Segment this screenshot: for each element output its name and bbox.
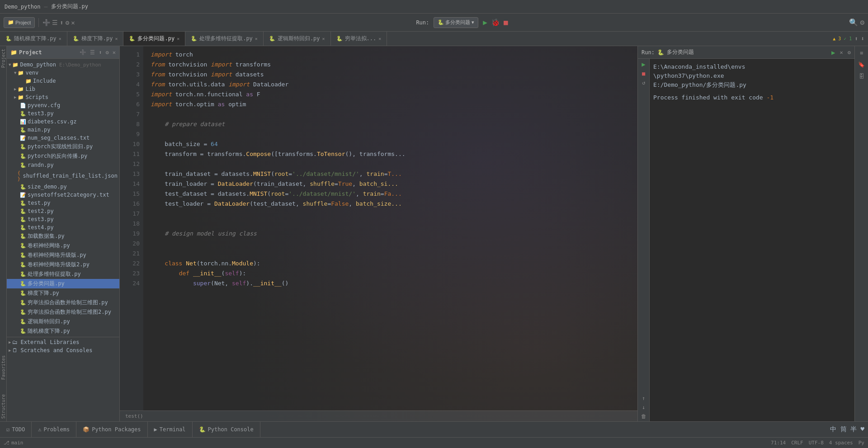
terminal-icon: ▶ bbox=[154, 426, 157, 433]
tab-2[interactable]: 🐍 梯度下降.py ✕ bbox=[67, 32, 124, 46]
bottom-tab-pyconsole[interactable]: 🐍 Python Console bbox=[193, 422, 260, 437]
stop-button[interactable]: ■ bbox=[504, 18, 508, 27]
add-icon[interactable]: ➕ bbox=[42, 19, 50, 26]
tree-main[interactable]: 🐍 main.py bbox=[7, 126, 119, 134]
tree-diabetes[interactable]: 📊 diabetes.csv.gz bbox=[7, 118, 119, 126]
pyvenv-label: pyvenv.cfg bbox=[28, 102, 60, 108]
tree-cnn3[interactable]: 🐍 卷积神经网络升级版2.py bbox=[7, 260, 119, 269]
search-toolbar-icon[interactable]: 🔍 bbox=[849, 18, 858, 27]
tree-size-demo[interactable]: 🐍 size_demo.py bbox=[7, 183, 119, 191]
favorites-strip-label[interactable]: Favorites bbox=[0, 353, 7, 382]
git-status[interactable]: ⎇ main bbox=[4, 440, 24, 446]
tree-shuffled[interactable]: { } shuffled_train_file_list.json bbox=[7, 169, 119, 183]
tree-venv[interactable]: ▼ 📁 venv bbox=[7, 69, 119, 77]
tree-pytorch1[interactable]: 🐍 pytorch实现线性回归.py bbox=[7, 142, 119, 151]
encoding[interactable]: UTF-8 bbox=[809, 440, 824, 446]
tree-logistic[interactable]: 🐍 逻辑斯特回归.py bbox=[7, 317, 119, 326]
tab-close-3[interactable]: ✕ bbox=[177, 36, 179, 41]
randn-label: randn.py bbox=[28, 162, 54, 168]
tree-pytorch2[interactable]: 🐍 pytorch的反向传播.py bbox=[7, 151, 119, 161]
tab-close-2[interactable]: ✕ bbox=[115, 36, 118, 41]
tab-close-6[interactable]: ✕ bbox=[378, 36, 381, 41]
settings-icon[interactable]: ⚙ bbox=[66, 19, 69, 26]
tab-close-5[interactable]: ✕ bbox=[322, 36, 325, 41]
tree-lib[interactable]: ▶ 📁 Lib bbox=[7, 85, 119, 93]
list-icon[interactable]: ☰ bbox=[52, 19, 58, 26]
cursor-position[interactable]: 71:14 bbox=[771, 440, 786, 446]
tab-3[interactable]: 🐍 多分类问题.py ✕ bbox=[123, 32, 185, 46]
structure-strip-label[interactable]: Structure bbox=[0, 391, 7, 421]
tree-randn[interactable]: 🐍 randn.py bbox=[7, 161, 119, 169]
add-project-icon[interactable]: ➕ bbox=[80, 49, 86, 56]
run-stop-icon[interactable]: ■ bbox=[642, 71, 645, 77]
expand-icon[interactable]: ⬆ bbox=[854, 35, 858, 42]
indent[interactable]: 4 spaces bbox=[829, 440, 853, 446]
run-play-icon[interactable]: ▶ bbox=[642, 61, 645, 68]
tree-test3-1[interactable]: 🐍 test3.py bbox=[7, 109, 119, 118]
tab-5[interactable]: 🐍 逻辑斯特回归.py ✕ bbox=[264, 32, 331, 46]
gear-project-icon[interactable]: ⚙ bbox=[106, 49, 109, 56]
tree-test4[interactable]: 🐍 test4.py bbox=[7, 223, 119, 231]
tab-6[interactable]: 🐍 穷举法拟... ✕ bbox=[331, 32, 387, 46]
tree-test2[interactable]: 🐍 test2.py bbox=[7, 207, 119, 215]
sticker-emoji: 中 筒 半 ♥ bbox=[830, 425, 864, 434]
debug-button[interactable]: 🐞 bbox=[491, 18, 500, 27]
run-scroll-top[interactable]: ↑ bbox=[642, 395, 645, 401]
language[interactable]: Py bbox=[859, 440, 864, 446]
run-filter-icon[interactable]: 🗑 bbox=[641, 413, 646, 420]
tree-test3-2[interactable]: 🐍 test3.py bbox=[7, 215, 119, 223]
project-strip-label[interactable]: Project bbox=[0, 46, 7, 71]
tree-sgd[interactable]: 🐍 随机梯度下降.py bbox=[7, 326, 119, 336]
close-left-icon[interactable]: ✕ bbox=[71, 19, 75, 26]
run-config-button[interactable]: 🐍 多分类问题 ▾ bbox=[434, 17, 478, 28]
expand-all-icon[interactable]: ☰ bbox=[90, 49, 95, 56]
collapse-icon2[interactable]: ⬇ bbox=[861, 35, 864, 42]
tree-cnn2[interactable]: 🐍 卷积神经网络升级版.py bbox=[7, 250, 119, 260]
right-icon-3[interactable]: 🗄 bbox=[857, 71, 867, 81]
tree-external-libs[interactable]: ▶ 🗂 External Libraries bbox=[7, 338, 119, 346]
collapse-all-icon[interactable]: ⬆ bbox=[99, 49, 102, 56]
tree-test[interactable]: 🐍 test.py bbox=[7, 199, 119, 207]
tree-cnn1[interactable]: 🐍 卷积神经网络.py bbox=[7, 241, 119, 250]
tree-exhaustive1[interactable]: 🐍 穷举法拟合函数并绘制三维图.py bbox=[7, 298, 119, 307]
code-content[interactable]: import torch from torchvision import tra… bbox=[143, 46, 637, 410]
bottom-tab-todo[interactable]: ☑ TODO bbox=[0, 422, 32, 437]
tree-pyvenv[interactable]: 📄 pyvenv.cfg bbox=[7, 101, 119, 109]
code-editor[interactable]: 1 2 3 4 5 6 7 8 9 10 11 12 13 14 15 16 1 bbox=[120, 46, 637, 410]
tree-load-data[interactable]: 🐍 加载数据集.py bbox=[7, 231, 119, 241]
test-label: test.py bbox=[28, 200, 51, 206]
run-close-icon[interactable]: ✕ bbox=[840, 49, 843, 56]
tree-scripts[interactable]: ▶ 📁 Scripts bbox=[7, 93, 119, 101]
run-button[interactable]: ▶ bbox=[483, 18, 487, 27]
tree-root[interactable]: ▼ 📁 Demo_python E:\Demo_python bbox=[7, 61, 119, 69]
tab-4[interactable]: 🐍 处理多维特征提取.py ✕ bbox=[185, 32, 264, 46]
run-rerun-icon[interactable]: ↺ bbox=[642, 80, 645, 86]
tree-gradient[interactable]: 🐍 梯度下降.py bbox=[7, 288, 119, 298]
git-branch: main bbox=[11, 440, 24, 446]
tree-num-seg[interactable]: 📝 num_seg_classes.txt bbox=[7, 134, 119, 142]
tree-multifeature[interactable]: 🐍 处理多维特征提取.py bbox=[7, 269, 119, 279]
run-settings-icon[interactable]: ⚙ bbox=[848, 49, 851, 56]
tree-multiclass[interactable]: 🐍 多分类问题.py bbox=[7, 279, 119, 288]
tab-close-4[interactable]: ✕ bbox=[255, 36, 258, 41]
right-icon-2[interactable]: 🔖 bbox=[857, 60, 867, 70]
tab-1[interactable]: 🐍 随机梯度下降.py ✕ bbox=[0, 32, 67, 46]
close-project-icon[interactable]: ✕ bbox=[113, 49, 116, 56]
bottom-tab-pypackages[interactable]: 📦 Python Packages bbox=[76, 422, 147, 437]
run-again-button[interactable]: ▶ bbox=[831, 49, 835, 56]
tree-synset[interactable]: 📝 synsetoffset2category.txt bbox=[7, 191, 119, 199]
line-ending[interactable]: CRLF bbox=[791, 440, 803, 446]
tab-close-1[interactable]: ✕ bbox=[59, 36, 61, 41]
tree-include[interactable]: 📁 Include bbox=[7, 77, 119, 85]
tree-exhaustive2[interactable]: 🐍 穷举法拟合函数并绘制三维图2.py bbox=[7, 307, 119, 317]
project-tree: ▼ 📁 Demo_python E:\Demo_python ▼ 📁 venv … bbox=[7, 59, 119, 421]
tree-scratches[interactable]: ▶ 🗒 Scratches and Consoles bbox=[7, 346, 119, 354]
right-icon-1[interactable]: ≡ bbox=[857, 48, 867, 58]
encoding-label: UTF-8 bbox=[809, 440, 824, 446]
bottom-tab-problems[interactable]: ⚠ Problems bbox=[32, 422, 76, 437]
collapse-icon[interactable]: ⬆ bbox=[60, 19, 63, 26]
bottom-tab-terminal[interactable]: ▶ Terminal bbox=[148, 422, 193, 437]
project-button[interactable]: 📁 Project bbox=[4, 17, 35, 28]
settings-toolbar-icon[interactable]: ⚙ bbox=[860, 18, 864, 27]
run-scroll-bottom[interactable]: ↓ bbox=[642, 404, 645, 410]
